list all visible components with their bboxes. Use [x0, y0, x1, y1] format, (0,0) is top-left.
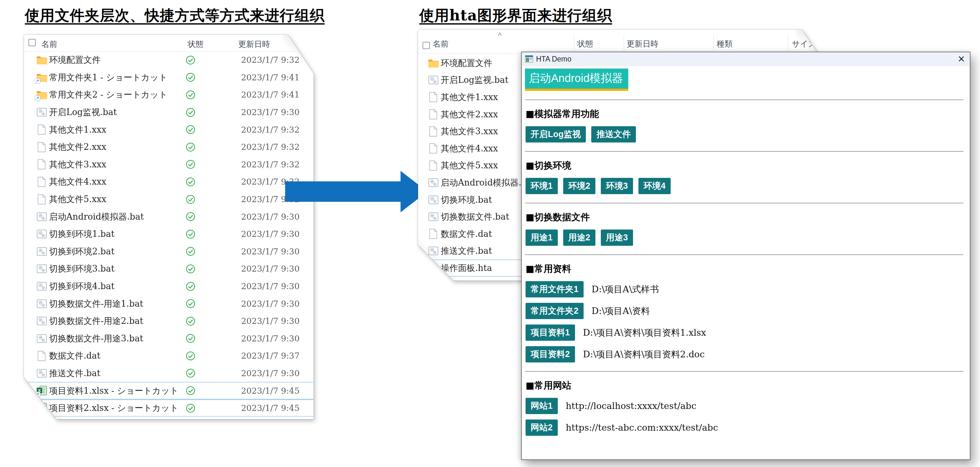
file-row[interactable]: 切换到环境4.bat2023/1/7 9:30 — [24, 278, 313, 295]
action-button[interactable]: 环境4 — [638, 178, 671, 194]
file-updated-time: 2023/1/7 9:30 — [241, 264, 299, 273]
shortcut-overlay-icon: ↗ — [35, 392, 40, 397]
action-button[interactable]: 用途1 — [525, 230, 558, 246]
file-name: 切换到环境1.bat — [49, 228, 186, 240]
bat-file-icon — [427, 194, 439, 205]
sync-status-check-icon — [186, 194, 196, 204]
bat-file-icon — [427, 245, 439, 256]
file-name: 环境配置文件 — [49, 54, 186, 66]
file-row[interactable]: 切换数据文件-用途2.bat2023/1/7 9:30 — [24, 312, 313, 330]
column-divider — [713, 35, 714, 51]
file-row[interactable]: ↗常用文件夹2 - ショートカット2023/1/7 9:41 — [24, 86, 313, 103]
action-button[interactable]: 用途3 — [601, 230, 633, 246]
sync-status-check-icon — [186, 299, 196, 308]
file-list-panel-left: 名前 状態 更新日時 环境配置文件2023/1/7 9:32↗常用文件夹1 - … — [24, 35, 313, 419]
page: 使用文件夹层次、快捷方式等方式来进行组织 使用hta图形界面来进行组织 名前 状… — [0, 0, 980, 467]
file-row[interactable]: 其他文件4.xxx2023/1/7 9:32 — [24, 173, 313, 191]
file-row[interactable]: 切换到环境2.bat2023/1/7 9:30 — [24, 243, 313, 261]
sync-status-check-icon — [186, 386, 196, 396]
file-file-icon — [427, 109, 439, 120]
folder-file-icon — [36, 54, 48, 65]
bat-file-icon — [36, 246, 48, 257]
bat-file-icon — [36, 107, 48, 118]
file-row[interactable]: ↗常用文件夹1 - ショートカット2023/1/7 9:41 — [24, 69, 313, 86]
bat-file-icon — [36, 211, 48, 222]
close-icon[interactable]: × — [958, 53, 965, 65]
target-path: D:\项目A\资料 — [592, 305, 650, 317]
sync-status-check-icon — [186, 351, 196, 361]
sort-ascending-icon[interactable]: ^ — [498, 31, 502, 41]
sync-status-check-icon — [186, 281, 196, 291]
section-divider — [525, 151, 963, 152]
bat-file-icon — [36, 299, 48, 309]
file-updated-time: 2023/1/7 9:30 — [241, 212, 299, 222]
file-name: 常用文件夹1 - ショートカット — [49, 72, 186, 83]
open-target-button[interactable]: 项目资料1 — [525, 324, 575, 341]
column-header-updated[interactable]: 更新日時 — [238, 39, 270, 49]
section-heading: ■常用网站 — [525, 379, 963, 392]
sync-status-check-icon — [186, 159, 196, 169]
bat-file-icon — [36, 263, 48, 274]
file-row[interactable]: 切换到环境1.bat2023/1/7 9:30 — [24, 226, 313, 243]
excel-file-icon: X↗ — [36, 385, 48, 396]
select-all-checkbox[interactable] — [423, 42, 430, 49]
folder-file-icon — [427, 58, 439, 68]
file-row[interactable]: 启动Android模拟器.bat2023/1/7 9:30 — [24, 208, 313, 226]
column-header-status[interactable]: 状態 — [577, 38, 593, 49]
action-button[interactable]: 环境2 — [563, 178, 595, 194]
action-button[interactable]: 环境1 — [525, 178, 558, 194]
file-updated-time: 2023/1/7 9:32 — [241, 125, 299, 135]
file-row[interactable]: 数据文件.dat2023/1/7 9:37 — [24, 347, 313, 365]
section-heading: ■切换数据文件 — [525, 211, 963, 224]
button-row: 环境1环境2环境3环境4 — [525, 178, 963, 194]
column-header-kind[interactable]: 種類 — [717, 38, 733, 49]
action-button[interactable]: 推送文件 — [591, 126, 636, 143]
file-row[interactable]: 推送文件.bat2023/1/7 9:30 — [24, 365, 313, 382]
file-row[interactable]: X↗项目资料1.xlsx - ショートカット2023/1/7 9:45 — [24, 382, 313, 399]
file-name: 切换数据文件-用途2.bat — [49, 315, 186, 327]
file-file-icon — [36, 194, 48, 205]
bat-file-icon — [36, 368, 48, 379]
right-section-title: 使用hta图形界面来进行组织 — [419, 6, 612, 25]
select-all-checkbox[interactable] — [29, 39, 36, 46]
link-row: 项目资料1D:\项目A\资料\项目资料1.xlsx — [525, 324, 963, 341]
file-file-icon — [427, 229, 439, 240]
file-row[interactable]: 其他文件5.xxx2023/1/7 9:32 — [24, 191, 313, 208]
file-row[interactable]: 环境配置文件2023/1/7 9:32 — [24, 51, 313, 69]
file-row[interactable]: X↗项目资料2.xlsx - ショートカット2023/1/7 9:45 — [24, 399, 313, 417]
open-target-button[interactable]: 项目资料2 — [525, 346, 575, 362]
open-target-button[interactable]: 常用文件夹2 — [525, 303, 584, 319]
shortcut-overlay-icon: ↗ — [35, 409, 40, 415]
action-button[interactable]: 用途2 — [563, 230, 595, 246]
file-name: 开启Log监视.bat — [49, 106, 186, 118]
action-button[interactable]: 开启Log监视 — [525, 126, 586, 143]
file-row[interactable]: 其他文件3.xxx2023/1/7 9:32 — [24, 156, 313, 173]
action-button[interactable]: 环境3 — [601, 178, 633, 194]
hta-titlebar[interactable]: HTA Demo × — [522, 52, 970, 66]
column-header-size[interactable]: サイズ — [792, 38, 816, 49]
file-updated-time: 2023/1/7 9:32 — [241, 55, 299, 65]
column-header-name[interactable]: 名前 — [433, 38, 449, 49]
file-updated-time: 2023/1/7 9:32 — [241, 142, 299, 152]
sync-status-check-icon — [186, 229, 196, 239]
file-row[interactable]: 切换到环境3.bat2023/1/7 9:30 — [24, 260, 313, 278]
column-header-updated[interactable]: 更新日時 — [627, 38, 659, 49]
open-target-button[interactable]: 常用文件夹1 — [525, 281, 584, 297]
hta-window: HTA Demo × 启动Android模拟器 ■模拟器常用功能开启Log监视推… — [521, 52, 970, 460]
file-name: 其他文件5.xxx — [49, 194, 186, 205]
open-target-button[interactable]: 网站1 — [525, 398, 558, 414]
column-header-name[interactable]: 名前 — [41, 39, 57, 49]
sync-status-check-icon — [186, 403, 196, 413]
file-row[interactable]: 开启Log监视.bat2023/1/7 9:30 — [24, 103, 313, 121]
file-row[interactable]: 其他文件1.xxx2023/1/7 9:32 — [24, 121, 313, 138]
column-divider — [574, 35, 574, 51]
open-target-button[interactable]: 网站2 — [525, 419, 558, 436]
column-header-row: ^ 名前 状態 更新日時 種類 サイズ — [418, 30, 826, 54]
section-heading: ■切换环境 — [525, 159, 963, 172]
file-row[interactable]: 其他文件2.xxx2023/1/7 9:32 — [24, 138, 313, 156]
file-row[interactable]: 切换数据文件-用途3.bat2023/1/7 9:30 — [24, 330, 313, 348]
column-header-status[interactable]: 状態 — [188, 39, 204, 49]
file-file-icon — [36, 176, 48, 187]
file-row[interactable]: 切换数据文件-用途1.bat2023/1/7 9:30 — [24, 295, 313, 312]
file-name: 其他文件1.xxx — [49, 124, 186, 135]
